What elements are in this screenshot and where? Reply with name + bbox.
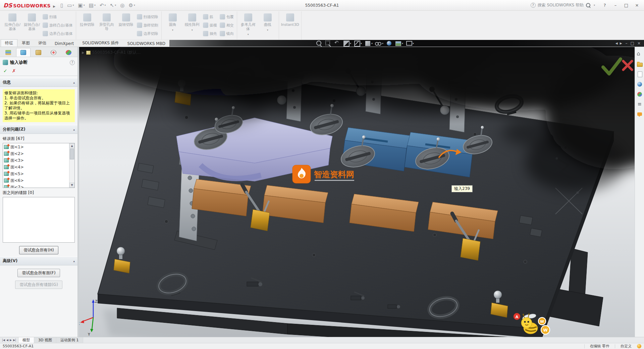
ribbon-button-label: 线性阵列 (185, 22, 200, 27)
heal-all-button[interactable]: 尝试愈合所有(H) (19, 246, 58, 254)
status-customize[interactable]: 自定义 (621, 344, 632, 349)
ribbon-button[interactable]: Instant3D ▾ (281, 11, 300, 39)
face-list-item[interactable]: 面<1> (3, 144, 69, 150)
rebuild-icon[interactable]: ◎ ▾ (118, 1, 126, 9)
command-tab[interactable]: 特征 (1, 39, 17, 47)
maximize-button[interactable]: □ (621, 3, 631, 8)
ribbon-button[interactable]: 旋转凸台/基体 ▾ (22, 11, 41, 39)
ribbon-button[interactable]: 放样切割 ▾ (136, 21, 160, 29)
ok-button[interactable]: ✓ (3, 68, 7, 73)
ribbon-button[interactable]: 扫描 ▾ (41, 13, 74, 21)
tab-scroll-arrow[interactable]: |◀ (2, 339, 5, 342)
manager-tab[interactable] (31, 48, 46, 57)
scroll-up-button[interactable]: ▲ (69, 143, 74, 148)
tab-scroll-arrow[interactable]: ▶ (10, 339, 12, 342)
minimize-button[interactable]: – (610, 3, 621, 8)
help-icon[interactable]: ? (70, 60, 75, 65)
close-button[interactable]: × (632, 3, 642, 8)
print-icon[interactable]: ▤ ▾ (87, 1, 97, 9)
face-list-item[interactable]: 面<7> (3, 184, 69, 188)
chevron-down-icon[interactable]: ▾ (594, 4, 595, 7)
open-icon[interactable]: ▭ ▾ (65, 1, 75, 9)
command-tab[interactable]: 评估 (34, 40, 50, 47)
ribbon-button[interactable]: 异型孔向导 ▾ (97, 11, 116, 39)
help-button[interactable]: ? (600, 3, 610, 8)
ribbon-button[interactable]: 拉伸切除 ▾ (78, 11, 97, 39)
list-scrollbar[interactable]: ▲ ▼ (69, 143, 74, 188)
manager-tab[interactable] (16, 48, 31, 57)
ribbon-button[interactable]: 线性阵列 ▾ (183, 11, 202, 39)
intersect-icon (220, 22, 225, 28)
face-list-item[interactable]: 面<6> (3, 177, 69, 184)
nav-arrow-button[interactable]: ◀ (615, 42, 618, 45)
scroll-thumb[interactable] (70, 149, 74, 159)
ribbon-button[interactable]: 参考几何体 ▾ (239, 11, 258, 39)
model-scene[interactable]: 智造资料网 Z X Y (79, 47, 635, 337)
graphics-area[interactable]: 智造资料网 Z X Y (79, 47, 635, 337)
help-search-input[interactable]: ? 搜索 SOLIDWORKS 帮助 ▾ (529, 2, 597, 9)
face-list-item[interactable]: 面<4> (3, 164, 69, 170)
face-list-item[interactable]: 面<2> (3, 150, 69, 157)
scroll-down-button[interactable]: ▼ (69, 183, 74, 188)
status-document-name: 55003563-CF-A1 (3, 344, 34, 348)
options-icon[interactable]: ⚙ ▾ (127, 1, 137, 9)
ribbon-button[interactable]: 抽壳 ▾ (202, 30, 218, 38)
ribbon-button[interactable]: 曲线 ▾ (258, 11, 277, 39)
custom-properties-icon[interactable] (637, 101, 643, 107)
command-tab[interactable]: DimXpert (51, 41, 78, 47)
select-icon[interactable]: ↖ ▾ (108, 1, 118, 9)
command-tab[interactable]: SOLIDWORKS 插件 (78, 40, 123, 47)
logo-expand-icon[interactable]: ▶ (53, 5, 55, 8)
document-tab[interactable]: ▶ 55003563-CF-A1 (默认... (82, 50, 141, 55)
ribbon-button[interactable]: 旋转切除 ▾ (117, 11, 136, 39)
doc-minimize-button[interactable]: – (626, 41, 628, 46)
command-tab[interactable]: SOLIDWORKS MBD (123, 41, 169, 47)
ribbon-button[interactable]: 拉伸凸台/基体 ▾ (3, 11, 22, 39)
status-ball-icon[interactable] (637, 344, 641, 348)
nav-arrow-button[interactable]: ▶ (620, 42, 622, 45)
ribbon-button[interactable]: 放样凸台/基体 ▾ (41, 21, 74, 29)
message-section-header[interactable]: 信息 ▴ (0, 78, 77, 87)
new-document-icon[interactable]: ▯ ▾ (59, 1, 65, 9)
bottom-tab[interactable]: 3D 视图 (34, 337, 56, 343)
view-palette-icon[interactable] (637, 81, 643, 87)
doc-restore-button[interactable]: □ (631, 41, 634, 46)
cancel-button[interactable]: ✗ (12, 68, 16, 73)
tree-expand-icon[interactable]: ▶ (82, 51, 85, 54)
home-icon[interactable] (637, 51, 643, 57)
face-list-item[interactable]: 面<3> (3, 157, 69, 164)
file-explorer-icon[interactable] (637, 71, 643, 77)
heal-all-faces-button[interactable]: 尝试愈合所有面(F) (17, 269, 60, 277)
ribbon-button-label: 曲线 (264, 22, 271, 27)
advanced-section-header[interactable]: 高级(V) ▴ (0, 256, 77, 265)
manager-tab[interactable] (46, 48, 61, 57)
ribbon-button[interactable]: 边界凸台/基体 ▾ (41, 30, 74, 38)
tab-scroll-arrow[interactable]: ▶| (13, 339, 16, 342)
appearances-icon[interactable] (637, 91, 643, 97)
doc-close-button[interactable]: × (637, 41, 641, 46)
tab-scroll-arrow[interactable]: ◀ (6, 339, 8, 342)
ribbon-button[interactable]: 圆角 ▾ (163, 11, 182, 39)
gaps-listbox[interactable] (3, 197, 75, 243)
svg-text:A: A (516, 315, 519, 319)
design-library-icon[interactable] (637, 61, 643, 67)
undo-icon[interactable]: ↶ ▾ (98, 1, 108, 9)
command-tab[interactable]: 草图 (18, 40, 34, 47)
ribbon-button[interactable]: 扫描切除 ▾ (136, 13, 160, 21)
ribbon-button[interactable]: 镜向 ▾ (218, 30, 235, 38)
face-list-item[interactable]: 面<5> (3, 170, 69, 177)
ribbon-button[interactable]: 拔模 ▾ (202, 21, 218, 29)
ribbon-button[interactable]: 边界切除 ▾ (136, 30, 160, 38)
save-icon[interactable]: ▣ ▾ (76, 1, 87, 9)
bottom-tab[interactable]: 运动算例 1 (56, 337, 83, 343)
forum-icon[interactable] (637, 111, 643, 117)
bottom-tab[interactable]: 模型 (18, 337, 34, 343)
manager-tab[interactable] (1, 48, 15, 57)
manager-tab[interactable] (61, 48, 76, 57)
analyze-section-header[interactable]: 分析问题(Z) ▴ (0, 125, 77, 134)
ribbon-button[interactable]: 筋 ▾ (202, 13, 218, 21)
faulty-faces-listbox[interactable]: 面<1> 面<2> 面<3> (3, 143, 75, 188)
ribbon-button[interactable]: 相交 ▾ (218, 21, 235, 29)
search-icon[interactable] (586, 3, 591, 8)
ribbon-button[interactable]: 包覆 ▾ (218, 13, 235, 21)
